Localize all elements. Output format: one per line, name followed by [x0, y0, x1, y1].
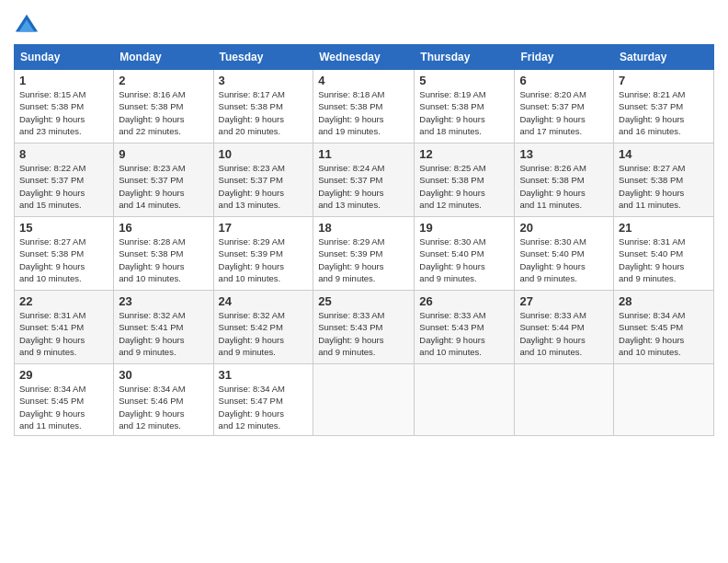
day-info: Sunrise: 8:32 AM Sunset: 5:41 PM Dayligh…: [119, 309, 208, 358]
day-number: 28: [619, 294, 709, 308]
day-number: 19: [419, 221, 509, 235]
weekday-header-saturday: Saturday: [614, 45, 714, 70]
calendar-cell: 17Sunrise: 8:29 AM Sunset: 5:39 PM Dayli…: [213, 217, 313, 291]
day-number: 15: [19, 221, 108, 235]
day-info: Sunrise: 8:27 AM Sunset: 5:38 PM Dayligh…: [19, 236, 108, 284]
day-info: Sunrise: 8:22 AM Sunset: 5:37 PM Dayligh…: [19, 162, 108, 211]
weekday-header-friday: Friday: [515, 45, 614, 70]
day-info: Sunrise: 8:15 AM Sunset: 5:38 PM Dayligh…: [19, 88, 108, 137]
calendar-cell: 2Sunrise: 8:16 AM Sunset: 5:38 PM Daylig…: [114, 70, 213, 144]
day-info: Sunrise: 8:20 AM Sunset: 5:37 PM Dayligh…: [519, 88, 609, 137]
calendar-cell: 3Sunrise: 8:17 AM Sunset: 5:38 PM Daylig…: [213, 70, 313, 144]
day-info: Sunrise: 8:23 AM Sunset: 5:37 PM Dayligh…: [119, 162, 208, 211]
weekday-header-row: SundayMondayTuesdayWednesdayThursdayFrid…: [15, 45, 714, 70]
day-info: Sunrise: 8:19 AM Sunset: 5:38 PM Dayligh…: [419, 88, 509, 137]
day-number: 3: [219, 74, 309, 87]
day-info: Sunrise: 8:24 AM Sunset: 5:37 PM Dayligh…: [318, 162, 409, 211]
day-info: Sunrise: 8:34 AM Sunset: 5:45 PM Dayligh…: [619, 309, 709, 358]
calendar-cell: 27Sunrise: 8:33 AM Sunset: 5:44 PM Dayli…: [515, 291, 614, 364]
weekday-header-tuesday: Tuesday: [213, 45, 313, 70]
day-info: Sunrise: 8:31 AM Sunset: 5:40 PM Dayligh…: [619, 236, 709, 284]
day-info: Sunrise: 8:33 AM Sunset: 5:43 PM Dayligh…: [419, 309, 509, 358]
day-info: Sunrise: 8:30 AM Sunset: 5:40 PM Dayligh…: [519, 236, 609, 284]
day-info: Sunrise: 8:23 AM Sunset: 5:37 PM Dayligh…: [219, 162, 309, 211]
day-number: 31: [219, 368, 309, 382]
day-info: Sunrise: 8:29 AM Sunset: 5:39 PM Dayligh…: [219, 236, 309, 284]
calendar-cell: 13Sunrise: 8:26 AM Sunset: 5:38 PM Dayli…: [515, 144, 614, 217]
calendar-cell: 29Sunrise: 8:34 AM Sunset: 5:45 PM Dayli…: [15, 364, 114, 436]
day-number: 21: [619, 221, 709, 235]
day-info: Sunrise: 8:17 AM Sunset: 5:38 PM Dayligh…: [219, 88, 309, 137]
day-number: 14: [619, 147, 709, 161]
calendar-cell: 25Sunrise: 8:33 AM Sunset: 5:43 PM Dayli…: [313, 291, 415, 364]
day-info: Sunrise: 8:28 AM Sunset: 5:38 PM Dayligh…: [119, 236, 208, 284]
page-container: SundayMondayTuesdayWednesdayThursdayFrid…: [0, 0, 728, 445]
day-number: 26: [419, 294, 509, 308]
calendar-cell: 4Sunrise: 8:18 AM Sunset: 5:38 PM Daylig…: [313, 70, 415, 144]
calendar-cell: 30Sunrise: 8:34 AM Sunset: 5:46 PM Dayli…: [114, 364, 213, 436]
day-info: Sunrise: 8:21 AM Sunset: 5:37 PM Dayligh…: [619, 88, 709, 137]
day-number: 29: [19, 368, 108, 382]
day-number: 9: [119, 147, 208, 161]
weekday-header-monday: Monday: [114, 45, 213, 70]
day-number: 5: [419, 74, 509, 87]
calendar-cell: [515, 364, 614, 436]
calendar-cell: [313, 364, 415, 436]
calendar-cell: 11Sunrise: 8:24 AM Sunset: 5:37 PM Dayli…: [313, 144, 415, 217]
calendar-cell: 31Sunrise: 8:34 AM Sunset: 5:47 PM Dayli…: [213, 364, 313, 436]
day-number: 16: [119, 221, 208, 235]
day-info: Sunrise: 8:27 AM Sunset: 5:38 PM Dayligh…: [619, 162, 709, 211]
day-number: 27: [519, 294, 609, 308]
header: [14, 9, 714, 39]
calendar-table: SundayMondayTuesdayWednesdayThursdayFrid…: [14, 44, 714, 436]
calendar-cell: 14Sunrise: 8:27 AM Sunset: 5:38 PM Dayli…: [614, 144, 714, 217]
calendar-cell: 16Sunrise: 8:28 AM Sunset: 5:38 PM Dayli…: [114, 217, 213, 291]
day-info: Sunrise: 8:16 AM Sunset: 5:38 PM Dayligh…: [119, 88, 208, 137]
weekday-header-sunday: Sunday: [15, 45, 114, 70]
calendar-cell: 5Sunrise: 8:19 AM Sunset: 5:38 PM Daylig…: [415, 70, 515, 144]
calendar-cell: 20Sunrise: 8:30 AM Sunset: 5:40 PM Dayli…: [515, 217, 614, 291]
day-number: 30: [119, 368, 208, 382]
calendar-cell: 26Sunrise: 8:33 AM Sunset: 5:43 PM Dayli…: [415, 291, 515, 364]
calendar-cell: 18Sunrise: 8:29 AM Sunset: 5:39 PM Dayli…: [313, 217, 415, 291]
day-number: 7: [619, 74, 709, 87]
calendar-cell: 6Sunrise: 8:20 AM Sunset: 5:37 PM Daylig…: [515, 70, 614, 144]
calendar-cell: 24Sunrise: 8:32 AM Sunset: 5:42 PM Dayli…: [213, 291, 313, 364]
calendar-cell: [415, 364, 515, 436]
calendar-cell: 15Sunrise: 8:27 AM Sunset: 5:38 PM Dayli…: [15, 217, 114, 291]
day-number: 13: [519, 147, 609, 161]
day-info: Sunrise: 8:26 AM Sunset: 5:38 PM Dayligh…: [519, 162, 609, 211]
day-info: Sunrise: 8:31 AM Sunset: 5:41 PM Dayligh…: [19, 309, 108, 358]
weekday-header-wednesday: Wednesday: [313, 45, 415, 70]
calendar-cell: 19Sunrise: 8:30 AM Sunset: 5:40 PM Dayli…: [415, 217, 515, 291]
calendar-cell: 1Sunrise: 8:15 AM Sunset: 5:38 PM Daylig…: [15, 70, 114, 144]
calendar-cell: 12Sunrise: 8:25 AM Sunset: 5:38 PM Dayli…: [415, 144, 515, 217]
day-number: 18: [318, 221, 409, 235]
day-number: 6: [519, 74, 609, 87]
day-number: 10: [219, 147, 309, 161]
logo: [14, 13, 41, 39]
day-number: 24: [219, 294, 309, 308]
day-number: 1: [19, 74, 108, 87]
logo-icon: [14, 13, 40, 39]
day-number: 25: [318, 294, 409, 308]
day-number: 17: [219, 221, 309, 235]
day-info: Sunrise: 8:34 AM Sunset: 5:47 PM Dayligh…: [219, 383, 309, 431]
day-info: Sunrise: 8:32 AM Sunset: 5:42 PM Dayligh…: [219, 309, 309, 358]
weekday-header-thursday: Thursday: [415, 45, 515, 70]
calendar-cell: [614, 364, 714, 436]
calendar-cell: 10Sunrise: 8:23 AM Sunset: 5:37 PM Dayli…: [213, 144, 313, 217]
day-number: 22: [19, 294, 108, 308]
day-number: 11: [318, 147, 409, 161]
day-info: Sunrise: 8:33 AM Sunset: 5:44 PM Dayligh…: [519, 309, 609, 358]
day-number: 12: [419, 147, 509, 161]
day-info: Sunrise: 8:34 AM Sunset: 5:46 PM Dayligh…: [119, 383, 208, 431]
calendar-cell: 8Sunrise: 8:22 AM Sunset: 5:37 PM Daylig…: [15, 144, 114, 217]
day-number: 23: [119, 294, 208, 308]
calendar-cell: 22Sunrise: 8:31 AM Sunset: 5:41 PM Dayli…: [15, 291, 114, 364]
day-number: 4: [318, 74, 409, 87]
day-info: Sunrise: 8:18 AM Sunset: 5:38 PM Dayligh…: [318, 88, 409, 137]
calendar-cell: 23Sunrise: 8:32 AM Sunset: 5:41 PM Dayli…: [114, 291, 213, 364]
day-info: Sunrise: 8:29 AM Sunset: 5:39 PM Dayligh…: [318, 236, 409, 284]
day-number: 20: [519, 221, 609, 235]
